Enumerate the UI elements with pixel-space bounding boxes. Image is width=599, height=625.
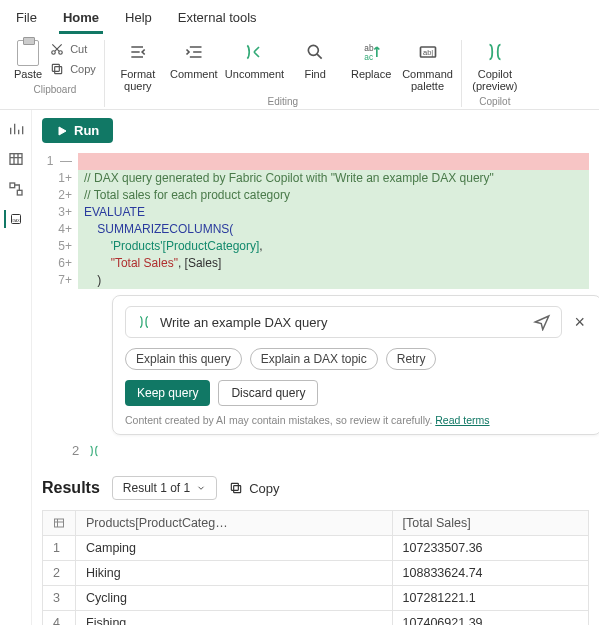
ribbon-group-editing: Format query Comment Uncomment <box>105 40 462 107</box>
format-icon <box>126 40 150 64</box>
code-editor[interactable]: 1 — 1+ 2+ 3+ 4+ 5+ 6+ 7+ // DAX query ge… <box>42 153 589 289</box>
table-row[interactable]: 4Fishing107406921.39 <box>43 611 589 626</box>
table-row[interactable]: 3Cycling107281221.1 <box>43 586 589 611</box>
copy-results-button[interactable]: Copy <box>229 481 279 496</box>
menu-help[interactable]: Help <box>121 6 156 34</box>
code-line-5: 'Products'[ProductCategory], <box>78 238 589 255</box>
format-label: Format query <box>120 68 155 92</box>
data-view-icon[interactable] <box>7 150 25 168</box>
main-content: Run 1 — 1+ 2+ 3+ 4+ 5+ 6+ 7+ // DAX quer… <box>32 110 599 625</box>
copilot-input-wrap[interactable] <box>125 306 562 338</box>
uncomment-button[interactable]: Uncomment <box>225 40 284 80</box>
chevron-down-icon <box>196 483 206 493</box>
copilot-panel: × Explain this query Explain a DAX topic… <box>112 295 599 435</box>
chip-explain-topic[interactable]: Explain a DAX topic <box>250 348 378 370</box>
ribbon: Paste Cut Copy <box>0 34 599 110</box>
keep-query-button[interactable]: Keep query <box>125 380 210 406</box>
cut-button[interactable]: Cut <box>48 40 96 58</box>
paste-icon <box>17 40 39 66</box>
command-palette-button[interactable]: ab| Command palette <box>402 40 453 92</box>
find-icon <box>303 40 327 64</box>
table-row[interactable]: 1Camping107233507.36 <box>43 536 589 561</box>
svg-text:ac: ac <box>364 52 373 62</box>
comment-label: Comment <box>170 68 218 80</box>
svg-text:DAX: DAX <box>12 219 20 223</box>
results-header: Results Result 1 of 1 Copy <box>42 476 589 500</box>
ribbon-group-copilot: Copilot (preview) Copilot <box>462 40 528 107</box>
copy-label: Copy <box>70 63 96 75</box>
find-button[interactable]: Find <box>290 40 340 80</box>
copilot-close-button[interactable]: × <box>570 312 589 333</box>
chip-retry[interactable]: Retry <box>386 348 437 370</box>
result-selector[interactable]: Result 1 of 1 <box>112 476 217 500</box>
replace-button[interactable]: abac Replace <box>346 40 396 80</box>
code-line-6: "Total Sales", [Sales] <box>78 255 589 272</box>
svg-rect-10 <box>10 183 15 188</box>
play-icon <box>56 125 68 137</box>
comment-icon <box>182 40 206 64</box>
read-terms-link[interactable]: Read terms <box>435 414 489 426</box>
format-query-button[interactable]: Format query <box>113 40 163 92</box>
group-label-copilot: Copilot <box>479 96 510 107</box>
copy-button[interactable]: Copy <box>48 60 96 78</box>
run-label: Run <box>74 123 99 138</box>
svg-point-0 <box>52 51 56 55</box>
copilot-label: Copilot (preview) <box>472 68 517 92</box>
menu-external-tools[interactable]: External tools <box>174 6 261 34</box>
menu-file[interactable]: File <box>12 6 41 34</box>
cut-label: Cut <box>70 43 87 55</box>
result-selector-label: Result 1 of 1 <box>123 481 190 495</box>
ribbon-group-clipboard: Paste Cut Copy <box>6 40 105 107</box>
col-header-total-sales[interactable]: [Total Sales] <box>392 511 588 536</box>
svg-rect-2 <box>55 67 62 74</box>
copy-results-label: Copy <box>249 481 279 496</box>
results-table: Products[ProductCateg… [Total Sales] 1Ca… <box>42 510 589 625</box>
svg-rect-15 <box>232 483 239 490</box>
group-label-clipboard: Clipboard <box>34 84 77 95</box>
editor-line-2-marker: 2 <box>72 443 589 458</box>
svg-rect-3 <box>52 64 59 71</box>
copy-icon <box>229 481 243 495</box>
results-title: Results <box>42 479 100 497</box>
command-palette-label: Command palette <box>402 68 453 92</box>
table-row[interactable]: 2Hiking108833624.74 <box>43 561 589 586</box>
group-label-editing: Editing <box>268 96 299 107</box>
comment-button[interactable]: Comment <box>169 40 219 80</box>
send-icon[interactable] <box>533 313 551 331</box>
replace-label: Replace <box>351 68 391 80</box>
copilot-prompt-input[interactable] <box>160 315 525 330</box>
menu-home[interactable]: Home <box>59 6 103 34</box>
dax-view-icon[interactable]: DAX <box>4 210 22 228</box>
report-view-icon[interactable] <box>7 120 25 138</box>
copilot-icon <box>136 314 152 330</box>
uncomment-label: Uncomment <box>225 68 284 80</box>
command-palette-icon: ab| <box>416 40 440 64</box>
menu-bar: File Home Help External tools <box>0 0 599 34</box>
code-line-3: EVALUATE <box>78 204 589 221</box>
code-line-4: SUMMARIZECOLUMNS( <box>78 221 589 238</box>
copilot-icon[interactable] <box>87 444 101 458</box>
chip-explain-query[interactable]: Explain this query <box>125 348 242 370</box>
code-line-1: // DAX query generated by Fabric Copilot… <box>78 170 589 187</box>
discard-query-button[interactable]: Discard query <box>218 380 318 406</box>
cut-icon <box>48 40 66 58</box>
uncomment-icon <box>242 40 266 64</box>
code-line-7: ) <box>78 272 589 289</box>
paste-label: Paste <box>14 68 42 80</box>
find-label: Find <box>304 68 325 80</box>
svg-rect-14 <box>234 486 241 493</box>
paste-button[interactable]: Paste <box>14 40 42 80</box>
run-button[interactable]: Run <box>42 118 113 143</box>
col-header-category[interactable]: Products[ProductCateg… <box>76 511 393 536</box>
svg-point-4 <box>308 45 318 55</box>
replace-icon: abac <box>359 40 383 64</box>
copilot-icon <box>483 40 507 64</box>
svg-point-1 <box>59 51 63 55</box>
model-view-icon[interactable] <box>7 180 25 198</box>
editor-code[interactable]: // DAX query generated by Fabric Copilot… <box>78 153 589 289</box>
svg-rect-16 <box>55 519 64 527</box>
copilot-button[interactable]: Copilot (preview) <box>470 40 520 92</box>
view-switcher: DAX <box>0 110 32 625</box>
svg-text:ab|: ab| <box>423 48 433 57</box>
copilot-disclaimer: Content created by AI may contain mistak… <box>125 414 589 426</box>
